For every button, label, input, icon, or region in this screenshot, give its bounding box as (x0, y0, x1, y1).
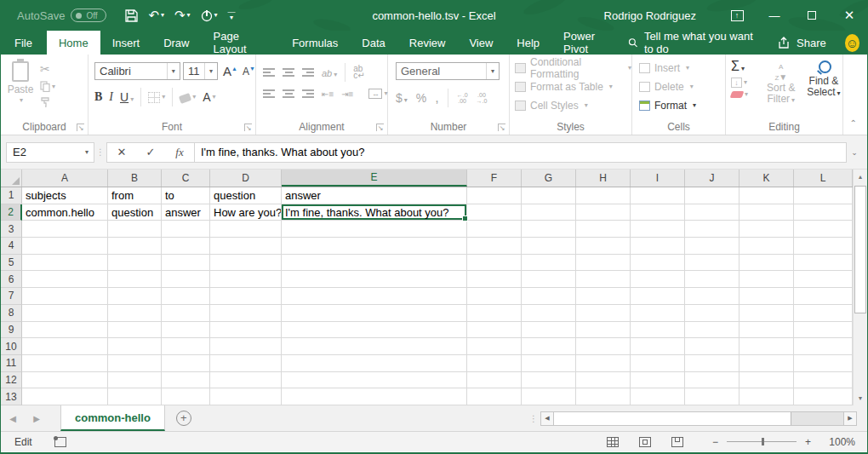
grid-cell-I9[interactable] (631, 322, 685, 339)
font-color-button[interactable]: A▾ (203, 90, 215, 104)
align-left-button[interactable] (263, 89, 275, 98)
grid-cell-I6[interactable] (631, 271, 685, 288)
grid-cell-D10[interactable] (210, 338, 282, 355)
grid-cell-B6[interactable] (108, 271, 162, 288)
zoom-slider-thumb[interactable] (762, 438, 764, 445)
grid-cell-K3[interactable] (740, 221, 794, 238)
grid-cell-C11[interactable] (162, 355, 210, 372)
tab-file[interactable]: File (0, 31, 47, 55)
fill-button[interactable]: ↓▾ (731, 78, 757, 88)
grid-cell-H7[interactable] (576, 288, 631, 305)
grid-cell-G10[interactable] (522, 338, 576, 355)
save-button[interactable] (122, 7, 141, 25)
grid-cell-B7[interactable] (108, 288, 162, 305)
merge-center-button[interactable]: ↔▾ (368, 89, 387, 99)
row-header-1[interactable]: 1 (1, 187, 22, 204)
horizontal-scroll-thumb[interactable] (554, 412, 791, 425)
grid-cell-I12[interactable] (631, 372, 685, 389)
grid-cell-L9[interactable] (794, 322, 853, 339)
grid-cell-J10[interactable] (685, 338, 740, 355)
grid-cell-C3[interactable] (162, 221, 210, 238)
next-sheet-button[interactable]: ▶ (25, 405, 49, 431)
grid-cell-G11[interactable] (522, 355, 576, 372)
bottom-align-button[interactable] (302, 68, 314, 77)
grid-cell-H12[interactable] (576, 372, 631, 389)
grid-cell-J11[interactable] (685, 355, 740, 372)
number-dialog-launcher[interactable]: ↘ (498, 124, 505, 131)
grid-cell-E3[interactable] (282, 221, 467, 238)
grid-cell-J8[interactable] (685, 305, 740, 322)
top-align-button[interactable] (263, 68, 275, 77)
grid-cell-J4[interactable] (685, 238, 740, 255)
grid-cell-E5[interactable] (282, 255, 467, 272)
grid-cell-E13[interactable] (282, 388, 467, 405)
grid-cell-D8[interactable] (210, 305, 282, 322)
cancel-button[interactable]: ✕ (107, 146, 136, 158)
tab-review[interactable]: Review (397, 31, 458, 55)
grid-cell-G13[interactable] (522, 388, 576, 405)
grid-cell-B11[interactable] (108, 355, 162, 372)
grid-cell-A5[interactable] (22, 255, 108, 272)
row-header-4[interactable]: 4 (1, 238, 22, 255)
minimize-button[interactable]: — (756, 0, 793, 31)
grid-cell-I10[interactable] (631, 338, 685, 355)
grid-cell-G8[interactable] (522, 305, 576, 322)
grid-cell-I1[interactable] (631, 187, 685, 204)
grid-cell-A9[interactable] (22, 322, 108, 339)
grid-cell-C1[interactable]: to (162, 187, 210, 204)
cut-button[interactable]: ✂ (40, 62, 55, 76)
grid-cell-A4[interactable] (22, 238, 108, 255)
grid-cell-H1[interactable] (576, 187, 631, 204)
row-header-9[interactable]: 9 (1, 322, 22, 339)
grid-cell-K11[interactable] (740, 355, 794, 372)
user-name[interactable]: Rodrigo Rodriguez (604, 9, 696, 22)
grid-cell-F6[interactable] (467, 271, 522, 288)
grid-cell-B5[interactable] (108, 255, 162, 272)
grid-cell-H4[interactable] (576, 238, 631, 255)
grid-cell-H9[interactable] (576, 322, 631, 339)
tell-me-search[interactable]: Tell me what you want to do (628, 30, 756, 55)
grid-cell-B4[interactable] (108, 238, 162, 255)
grid-cell-D5[interactable] (210, 255, 282, 272)
grid-cell-D9[interactable] (210, 322, 282, 339)
grid-cell-J5[interactable] (685, 255, 740, 272)
grid-cell-G6[interactable] (522, 271, 576, 288)
grid-cell-A8[interactable] (22, 305, 108, 322)
grid-cell-K10[interactable] (740, 338, 794, 355)
select-all-button[interactable] (1, 170, 22, 187)
grid-cell-A3[interactable] (22, 221, 108, 238)
horizontal-scroll-track[interactable] (554, 411, 843, 426)
grid-cell-L1[interactable] (794, 187, 853, 204)
tab-view[interactable]: View (457, 31, 505, 55)
zoom-slider[interactable] (727, 441, 797, 442)
orientation-button[interactable]: ab▾ (322, 65, 337, 80)
grid-cell-K5[interactable] (740, 255, 794, 272)
grid-cell-D2[interactable]: How are you? (210, 204, 282, 221)
grid-cell-J12[interactable] (685, 372, 740, 389)
format-as-table-button[interactable]: Format as Table ▾ (515, 78, 631, 96)
decrease-indent-button[interactable]: ⇤≡ (322, 89, 334, 99)
grid-cell-G9[interactable] (522, 322, 576, 339)
row-header-8[interactable]: 8 (1, 305, 22, 322)
grid-cell-E7[interactable] (282, 288, 467, 305)
italic-button[interactable]: I (109, 90, 113, 104)
grid-cell-E1[interactable]: answer (282, 187, 467, 204)
enter-button[interactable]: ✓ (136, 146, 165, 158)
formula-input[interactable]: I'm fine, thanks. What about you? (194, 142, 847, 163)
grid-cell-C12[interactable] (162, 372, 210, 389)
increase-font-size-button[interactable]: A▲ (223, 64, 237, 78)
grid-cell-B3[interactable] (108, 221, 162, 238)
grid-cell-I3[interactable] (631, 221, 685, 238)
grid-cell-G1[interactable] (522, 187, 576, 204)
scroll-down-icon[interactable]: ▼ (854, 391, 868, 405)
grid-cell-I8[interactable] (631, 305, 685, 322)
grid-cell-D7[interactable] (210, 288, 282, 305)
grid-cell-E2[interactable]: I'm fine, thanks. What about you? (282, 204, 467, 221)
comma-style-button[interactable]: , (435, 90, 438, 106)
grid-cell-L2[interactable] (794, 204, 853, 221)
grid-cell-E11[interactable] (282, 355, 467, 372)
grid-cell-C9[interactable] (162, 322, 210, 339)
row-header-13[interactable]: 13 (1, 388, 22, 405)
format-painter-button[interactable] (40, 97, 55, 107)
grid-cell-H10[interactable] (576, 338, 631, 355)
